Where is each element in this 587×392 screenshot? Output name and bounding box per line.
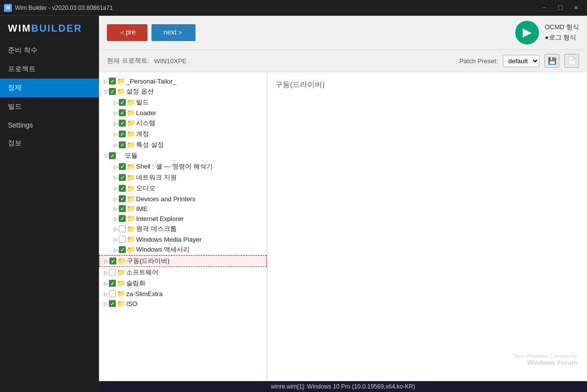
list-item[interactable]: ▷ ✓ 📁 Windows 액세서리 — [99, 244, 267, 255]
folder-icon: 📁 — [127, 205, 135, 213]
check-green: ✓ — [119, 163, 126, 170]
folder-icon: 📁 — [127, 174, 135, 181]
folder-icon: 📁 — [127, 163, 135, 171]
expand-icon: ▷ — [113, 247, 119, 253]
sidebar-item-settings[interactable]: Settings — [0, 116, 99, 134]
window-controls: － ☐ ✕ — [538, 3, 583, 13]
folder-icon: 📁 — [127, 195, 135, 203]
item-label: _Personal-Tailor_ — [126, 78, 176, 85]
check-green: ✓ — [119, 174, 126, 181]
check-green: ✓ — [109, 258, 116, 264]
list-item[interactable]: ▷ ✓ 📁 빌드 — [99, 97, 267, 108]
list-item[interactable]: ▷ 📁 원격 데스크톱 — [99, 223, 267, 234]
tree-pane: ▷ ✓ 📁 _Personal-Tailor_ ▽ ✓ 📁 설정 옵션 ▷ ✓ … — [99, 72, 267, 381]
check-green: ✓ — [119, 205, 126, 212]
list-item[interactable]: ▷ ✓ 📁 IME — [99, 204, 267, 214]
expand-icon: ▷ — [113, 131, 119, 137]
close-button[interactable]: ✕ — [569, 3, 583, 13]
list-item[interactable]: ▷ 📁 소프트웨어 — [99, 267, 267, 278]
folder-icon: 📁 — [127, 119, 135, 127]
toolbar-right: ▶ OCMD 형식 ●로그 형식 — [515, 21, 579, 44]
maximize-button[interactable]: ☐ — [553, 3, 567, 13]
item-label: 슬림화 — [126, 279, 146, 288]
list-item[interactable]: ▷ 📁 Windows Media Player — [99, 234, 267, 244]
list-item[interactable]: ▷ ✓ 📁 ISO — [99, 299, 267, 308]
list-item[interactable]: ▷ ✓ 📁 Shell : 셸 — 명령어 해석기 — [99, 161, 267, 172]
sidebar-item-project[interactable]: 프로젝트 — [0, 60, 99, 79]
list-item[interactable]: ▷ ✓ 📁 _Personal-Tailor_ — [99, 76, 267, 86]
expand-icon: ▷ — [113, 216, 119, 221]
item-label: Internet Explorer — [136, 215, 184, 222]
content-area: ＜pre next＞ ▶ OCMD 형식 ●로그 형식 현재 프로젝트: WIN… — [99, 16, 587, 392]
project-name: WIN10XPE — [154, 57, 187, 65]
check-green: ✓ — [109, 300, 116, 307]
expand-icon: ▷ — [103, 259, 109, 264]
check-empty — [119, 236, 126, 243]
sidebar-item-build[interactable]: 빌드 — [0, 97, 99, 116]
logo-wim: WIM — [8, 23, 31, 34]
check-empty — [119, 225, 126, 232]
check-green: ✓ — [109, 78, 116, 85]
watermark: Best Windows Community Windows Forum — [514, 353, 577, 366]
patch-select[interactable]: default — [503, 55, 539, 67]
list-item[interactable]: ▷ ✓ 📁 계정 — [99, 129, 267, 139]
watermark-line1: Best Windows Community — [514, 353, 577, 359]
save-button[interactable]: 💾 — [544, 54, 559, 68]
list-item[interactable]: ▽ ✓ 모듈 — [99, 150, 267, 161]
item-label: Shell : 셸 — 명령어 해석기 — [136, 162, 213, 171]
logo-builder: BUILDER — [31, 23, 82, 34]
item-label: Devices and Printers — [136, 195, 196, 203]
detail-title: 구동(드라이버) — [275, 78, 579, 91]
folder-icon: 📁 — [117, 257, 126, 265]
ocmd-line1: OCMD 형식 — [545, 22, 579, 33]
next-button[interactable]: next＞ — [151, 24, 195, 41]
sidebar-item-clean[interactable]: 정제 — [0, 79, 99, 97]
folder-icon: 📁 — [127, 225, 135, 233]
ocmd-logo: ▶ — [515, 21, 539, 44]
check-green: ✓ — [119, 246, 126, 253]
pre-button[interactable]: ＜pre — [107, 24, 147, 41]
list-item[interactable]: ▷ ✓ 📁 슬림화 — [99, 278, 267, 289]
item-label: Loader — [136, 109, 156, 117]
item-label: 원격 데스크톱 — [136, 224, 177, 233]
check-green: ✓ — [119, 131, 126, 137]
list-item[interactable]: ▷ 📁 za-SlimExtra — [99, 289, 267, 299]
folder-icon: 📁 — [127, 246, 135, 254]
list-item[interactable]: ▷ ✓ 📁 Devices and Printers — [99, 194, 267, 204]
sidebar: WIMBUILDER 준비 착수 프로젝트 정제 빌드 Settings 정보 — [0, 16, 99, 392]
item-label: 네트워크 지원 — [136, 173, 177, 182]
driver-item[interactable]: ▷ ✓ 📁 구동(드라이버) — [99, 255, 267, 267]
statusbar-text: winre.wim[1]: Windows 10 Pro (10.0.19569… — [271, 383, 415, 390]
expand-icon: ▷ — [113, 196, 119, 202]
item-label: 시스템 — [136, 119, 155, 128]
list-item[interactable]: ▷ ✓ 📁 네트워크 지원 — [99, 172, 267, 183]
statusbar: winre.wim[1]: Windows 10 Pro (10.0.19569… — [99, 381, 587, 392]
list-item[interactable]: ▷ ✓ 📁 Internet Explorer — [99, 214, 267, 223]
check-empty — [109, 269, 116, 276]
expand-icon: ▷ — [103, 281, 109, 286]
expand-icon: ▷ — [113, 186, 119, 191]
item-label: Windows 액세서리 — [136, 245, 190, 254]
folder-icon: 📁 — [127, 215, 135, 222]
list-item[interactable]: ▷ ✓ 📁 Loader — [99, 108, 267, 118]
expand-icon: ▷ — [113, 142, 119, 148]
folder-icon: 📁 — [127, 130, 135, 138]
minimize-button[interactable]: － — [538, 3, 551, 13]
item-label: 소프트웨어 — [126, 268, 158, 277]
sidebar-item-prepare[interactable]: 준비 착수 — [0, 41, 99, 60]
expand-icon: ▷ — [113, 206, 119, 212]
expand-icon: ▷ — [113, 100, 119, 105]
list-item[interactable]: ▽ ✓ 📁 설정 옵션 — [99, 86, 267, 97]
list-item[interactable]: ▷ ✓ 📁 시스템 — [99, 118, 267, 129]
main-split: ▷ ✓ 📁 _Personal-Tailor_ ▽ ✓ 📁 설정 옵션 ▷ ✓ … — [99, 72, 587, 381]
check-green: ✓ — [119, 195, 126, 202]
list-item[interactable]: ▷ ✓ 📁 오디오 — [99, 183, 267, 194]
folder-icon: 📁 — [117, 290, 125, 298]
export-button[interactable]: 📄 — [564, 54, 579, 68]
item-label: 구동(드라이버) — [127, 257, 170, 265]
check-green: ✓ — [119, 120, 126, 127]
item-label: 계정 — [136, 130, 149, 138]
list-item[interactable]: ▷ ✓ 📁 특성 설정 — [99, 139, 267, 150]
sidebar-item-info[interactable]: 정보 — [0, 134, 99, 153]
check-green: ✓ — [119, 109, 126, 116]
